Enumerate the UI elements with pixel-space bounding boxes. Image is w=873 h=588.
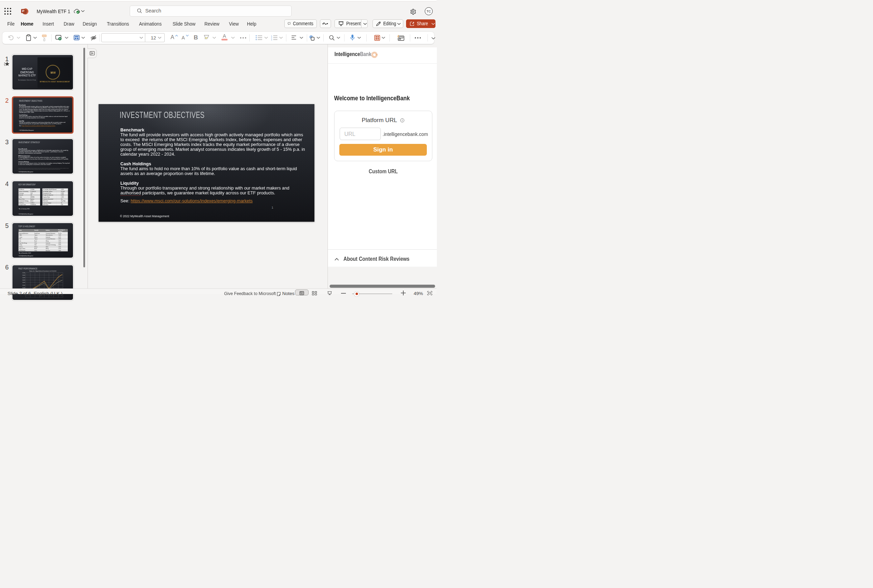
svg-text:12,000: 12,000 [22,284,25,286]
svg-text:15,000: 15,000 [22,277,25,278]
svg-text:16,000: 16,000 [22,274,25,276]
svg-text:14,000: 14,000 [22,279,25,281]
svg-text:13,000: 13,000 [22,282,25,283]
svg-text:17,000: 17,000 [22,272,25,273]
svg-text:3: 3 [271,38,272,40]
